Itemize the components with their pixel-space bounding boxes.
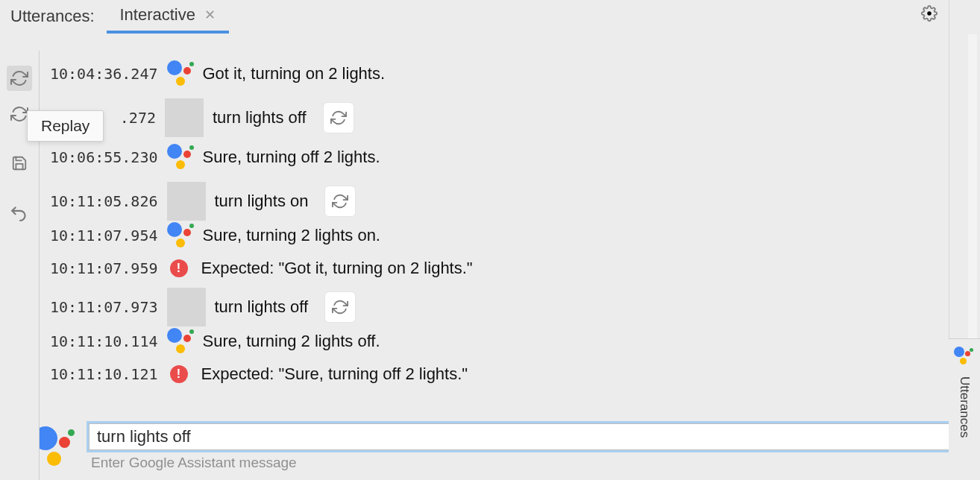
refresh-icon bbox=[10, 105, 28, 123]
timestamp: 10:11:10.121 bbox=[50, 365, 158, 383]
refresh-icon bbox=[10, 69, 28, 87]
user-avatar bbox=[165, 98, 204, 137]
log-row: 10:11:07.973 turn lights off bbox=[50, 288, 950, 326]
message-text: Sure, turning 2 lights off. bbox=[203, 332, 380, 351]
assistant-logo-icon bbox=[39, 426, 75, 468]
utterances-rail-tab[interactable]: Utterances bbox=[949, 338, 980, 480]
undo-icon bbox=[10, 203, 29, 222]
refresh-icon bbox=[332, 299, 348, 315]
log-row: 10:11:07.954 Sure, turning 2 lights on. bbox=[50, 222, 950, 249]
message-text: Expected: "Got it, turning on 2 lights." bbox=[201, 259, 473, 278]
assistant-logo-icon bbox=[167, 60, 194, 87]
assistant-logo-icon bbox=[167, 222, 194, 249]
close-tab-icon[interactable]: ✕ bbox=[204, 8, 216, 22]
workspace: Replay 10:04:36.247 Got it, turning on 2… bbox=[0, 34, 980, 480]
replay-button[interactable] bbox=[7, 66, 32, 91]
message-text: Sure, turning off 2 lights. bbox=[203, 148, 380, 167]
log-row: 10:11:10.114 Sure, turning 2 lights off. bbox=[50, 328, 950, 355]
log-row: 10:11:07.959 ! Expected: "Got it, turnin… bbox=[50, 255, 950, 282]
save-icon bbox=[11, 155, 28, 171]
log-row: 10:11:05.826 turn lights on bbox=[50, 182, 950, 221]
left-tool-gutter: Replay bbox=[0, 34, 39, 480]
right-side-rail: Utterances bbox=[949, 0, 980, 480]
message-text: turn lights off bbox=[215, 297, 309, 317]
replay-tooltip: Replay bbox=[27, 110, 104, 142]
log-row: .272 turn lights off bbox=[50, 98, 950, 137]
settings-button[interactable] bbox=[920, 4, 938, 22]
input-helper-text: Enter Google Assistant message bbox=[89, 455, 970, 471]
tab-strip: Utterances: Interactive ✕ bbox=[0, 0, 980, 34]
timestamp: 10:06:55.230 bbox=[50, 148, 158, 166]
assistant-logo-icon bbox=[167, 144, 194, 171]
timestamp: 10:11:07.954 bbox=[50, 227, 158, 244]
timestamp: 10:11:07.973 bbox=[50, 298, 158, 316]
replay-utterance-button[interactable] bbox=[324, 186, 356, 217]
timestamp: 10:11:07.959 bbox=[50, 259, 158, 277]
conversation-log[interactable]: 10:04:36.247 Got it, turning on 2 lights… bbox=[50, 51, 980, 408]
timestamp: 10:11:10.114 bbox=[50, 332, 158, 350]
assistant-logo-icon bbox=[954, 347, 975, 367]
replay-utterance-button[interactable] bbox=[324, 291, 356, 323]
refresh-icon bbox=[332, 193, 348, 209]
gear-icon bbox=[921, 5, 937, 22]
message-text: turn lights on bbox=[215, 192, 309, 211]
message-text: Expected: "Sure, turning off 2 lights." bbox=[201, 364, 468, 384]
panel-title: Utterances: bbox=[9, 0, 107, 34]
error-icon: ! bbox=[170, 365, 188, 383]
replay-utterance-button[interactable] bbox=[323, 102, 354, 133]
save-button[interactable] bbox=[7, 151, 32, 176]
assistant-logo-icon bbox=[167, 328, 194, 355]
undo-button[interactable] bbox=[7, 200, 32, 225]
conversation-panel: 10:04:36.247 Got it, turning on 2 lights… bbox=[39, 51, 980, 480]
refresh-icon bbox=[330, 110, 347, 126]
tab-interactive[interactable]: Interactive ✕ bbox=[107, 0, 230, 34]
scrollbar[interactable] bbox=[968, 34, 977, 338]
message-text: turn lights off bbox=[213, 108, 307, 127]
log-row: 10:04:36.247 Got it, turning on 2 lights… bbox=[50, 55, 950, 92]
message-text: Got it, turning on 2 lights. bbox=[203, 64, 386, 83]
timestamp: 10:04:36.247 bbox=[50, 65, 158, 83]
message-text: Sure, turning 2 lights on. bbox=[203, 226, 380, 245]
message-input-bar: Enter Google Assistant message bbox=[40, 408, 980, 480]
tab-label: Interactive bbox=[120, 5, 196, 25]
error-icon: ! bbox=[170, 259, 188, 277]
rail-tab-label: Utterances bbox=[957, 376, 972, 438]
message-input[interactable] bbox=[89, 423, 970, 450]
timestamp: 10:11:05.826 bbox=[50, 192, 158, 210]
log-row: 10:11:10.121 ! Expected: "Sure, turning … bbox=[50, 361, 950, 388]
svg-point-0 bbox=[927, 11, 932, 16]
user-avatar bbox=[167, 288, 206, 326]
log-row: 10:06:55.230 Sure, turning off 2 lights. bbox=[50, 139, 950, 176]
user-avatar bbox=[167, 182, 206, 221]
